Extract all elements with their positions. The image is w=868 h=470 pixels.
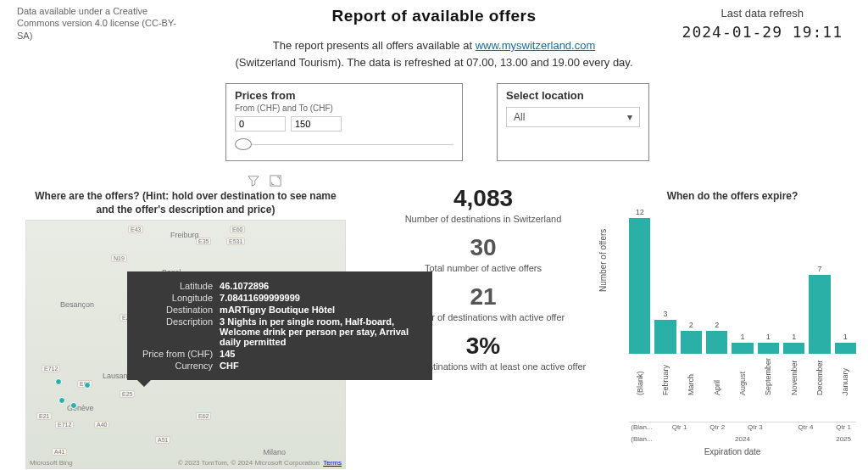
- location-selected: All: [514, 111, 525, 123]
- tt-price: 145: [216, 348, 420, 360]
- filter-location-title: Select location: [506, 89, 640, 102]
- tt-cur: CHF: [216, 360, 420, 372]
- bar-category: August: [738, 356, 747, 395]
- bar[interactable]: 1September: [758, 333, 779, 395]
- subtitle-link[interactable]: www.myswitzerland.com: [476, 39, 596, 52]
- chart-group-l2: (Blan...: [629, 435, 654, 443]
- focus-icon[interactable]: [270, 175, 281, 190]
- map-road: E712: [42, 365, 60, 372]
- tt-dest-label: Destination: [139, 304, 216, 316]
- chevron-down-icon: ▾: [627, 111, 632, 123]
- location-dropdown[interactable]: All ▾: [506, 107, 640, 127]
- chart-group-l1: Qtr 1: [831, 422, 856, 431]
- bar[interactable]: 3February: [654, 310, 676, 395]
- bar-rect: [629, 218, 650, 354]
- refresh-value: 2024-01-29 19:11: [682, 23, 843, 41]
- bar-chart[interactable]: Number of offers 12(Blank)3February2Marc…: [605, 207, 860, 419]
- tt-dest: mARTigny Boutique Hôtel: [216, 304, 420, 316]
- map-city: Milano: [263, 448, 286, 456]
- kpi-destinations-label: Number of destinations in Switzerland: [364, 214, 602, 224]
- filters-row: Prices from From (CHF) and To (CHF) Sele…: [225, 83, 649, 161]
- bar[interactable]: 7December: [809, 265, 830, 395]
- tt-desc-label: Description: [139, 316, 216, 348]
- chart-group-l2: 2025: [831, 435, 856, 443]
- map-terms-link[interactable]: Terms: [323, 459, 342, 467]
- map-point[interactable]: [58, 397, 65, 404]
- chart-group-l1: (Blan...: [629, 422, 654, 431]
- chart-group-l1: Qtr 3: [730, 422, 781, 431]
- filter-prices-sub: From (CHF) and To (CHF): [235, 104, 453, 113]
- chart-title: When do the offers expire?: [605, 190, 860, 202]
- visual-toolbar: [248, 175, 281, 190]
- map-road: A51: [155, 436, 170, 444]
- tt-lon-label: Longitude: [139, 292, 216, 304]
- bar-rect: [809, 275, 830, 354]
- bar-rect: [732, 343, 753, 354]
- price-to-input[interactable]: [291, 116, 342, 131]
- subtitle-line1: The report presents all offers available…: [273, 39, 476, 52]
- tt-lat-label: Latitude: [139, 280, 216, 292]
- map-road: E21: [36, 412, 52, 420]
- map-road: E62: [196, 412, 211, 420]
- map-city: Besançon: [60, 300, 94, 309]
- tt-lon: 7.08411699999999: [216, 292, 420, 304]
- subtitle-line2: (Switzerland Tourism). The data is refre…: [236, 56, 633, 69]
- bar-value: 1: [740, 333, 744, 341]
- bar[interactable]: 1August: [732, 333, 753, 395]
- bar-category: (Blank): [636, 356, 644, 395]
- bar[interactable]: 2March: [681, 321, 702, 395]
- tt-lat: 46.1072896: [216, 280, 420, 292]
- license-text: Data available under a Creative Commons …: [17, 5, 186, 42]
- map-road: E25: [120, 390, 135, 398]
- map-road: N19: [111, 255, 127, 262]
- bar-category: December: [815, 356, 824, 395]
- chart-group-l2: 2024: [654, 435, 831, 443]
- map-attr-right: © 2023 TomTom, © 2024 Microsoft Corporat…: [178, 459, 320, 467]
- price-slider[interactable]: [235, 138, 453, 150]
- kpi-active-offers-value: 30: [364, 234, 602, 261]
- filter-icon[interactable]: [248, 175, 259, 190]
- tt-desc: 3 Nights in per single room, Half-board,…: [216, 316, 420, 348]
- map-city: Freiburg: [170, 231, 199, 239]
- map-road: E43: [128, 226, 143, 233]
- kpi-destinations-value: 4,083: [364, 185, 602, 212]
- map-road: E531: [226, 238, 245, 245]
- bar[interactable]: 2April: [706, 321, 727, 395]
- bar[interactable]: 1November: [783, 333, 804, 395]
- map-tooltip: Latitude46.1072896 Longitude7.0841169999…: [127, 271, 432, 380]
- bar[interactable]: 1January: [835, 333, 856, 395]
- bar-value: 2: [715, 321, 719, 329]
- map-road: E712: [55, 421, 74, 428]
- bar-value: 7: [817, 265, 821, 273]
- subtitle: The report presents all offers available…: [236, 37, 633, 70]
- price-from-input[interactable]: [235, 116, 286, 131]
- map-title: Where are the offers? (Hint: hold over d…: [25, 190, 346, 216]
- bar-value: 1: [766, 333, 771, 341]
- map-road: E60: [230, 226, 245, 233]
- bar-value: 1: [792, 333, 796, 341]
- bar[interactable]: 12(Blank): [629, 208, 650, 395]
- bar-rect: [783, 343, 804, 354]
- bar-category: April: [713, 356, 721, 395]
- filter-location: Select location All ▾: [497, 83, 649, 161]
- bar-category: March: [687, 356, 695, 395]
- chart-xlabel: Expiration date: [704, 447, 761, 456]
- slider-knob-low[interactable]: [235, 138, 252, 150]
- filter-prices: Prices from From (CHF) and To (CHF): [225, 83, 463, 161]
- chart-section: When do the offers expire? Number of off…: [605, 190, 860, 419]
- tt-cur-label: Currency: [139, 360, 216, 372]
- bar-category: September: [764, 356, 772, 395]
- tt-price-label: Price from (CHF): [139, 348, 216, 360]
- bar-value: 12: [636, 208, 644, 216]
- chart-group-l1: Qtr 1: [654, 422, 705, 431]
- bar-value: 2: [689, 321, 693, 329]
- map-road: A41: [52, 448, 67, 456]
- bar-category: November: [790, 356, 798, 395]
- bar-rect: [654, 320, 676, 354]
- filter-prices-title: Prices from: [235, 89, 453, 102]
- bar-category: February: [661, 356, 670, 395]
- map-attr-left: Microsoft Bing: [30, 459, 73, 467]
- refresh-block: Last data refresh 2024-01-29 19:11: [682, 7, 843, 41]
- map-point[interactable]: [55, 378, 62, 385]
- map-road: A40: [94, 421, 109, 428]
